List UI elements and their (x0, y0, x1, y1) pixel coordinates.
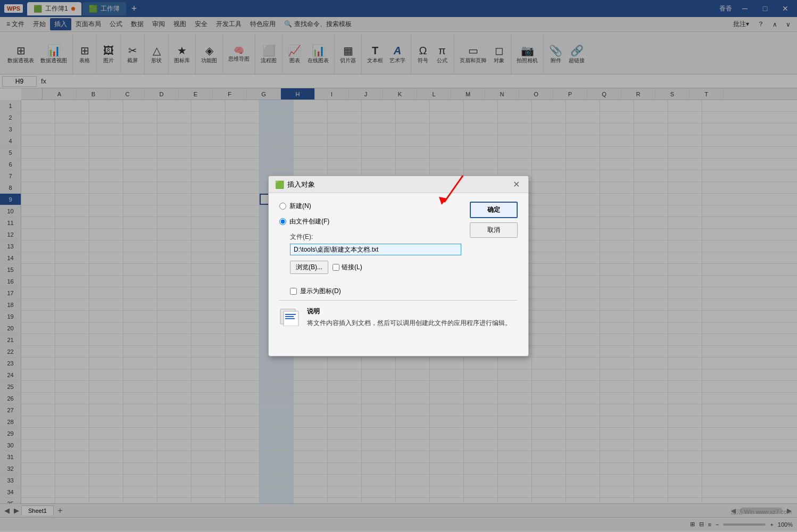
browse-button[interactable]: 浏览(B)... (290, 261, 328, 274)
desc-text: 将文件内容插入到文档，然后可以调用创建此文件的应用程序进行编辑。 (307, 318, 511, 328)
ok-button[interactable]: 确定 (470, 202, 518, 218)
radio-file-input[interactable] (279, 218, 286, 225)
file-input-row (290, 244, 461, 255)
show-icon-checkbox-input[interactable] (290, 288, 297, 295)
insert-object-dialog: 🟩 插入对象 ✕ 新建(N) 由文件创建(F) 文件(E): (268, 176, 529, 356)
svg-rect-3 (285, 316, 294, 317)
radio-new-input[interactable] (279, 203, 286, 210)
show-icon-checkbox-label: 显示为图标(D) (300, 287, 341, 296)
link-checkbox-row[interactable]: 链接(L) (333, 263, 362, 272)
dialog-description: 说明 将文件内容插入到文档，然后可以调用创建此文件的应用程序进行编辑。 (279, 300, 518, 335)
file-path-input[interactable] (290, 244, 461, 255)
modal-overlay: 🟩 插入对象 ✕ 新建(N) 由文件创建(F) 文件(E): (0, 0, 797, 531)
dialog-left: 新建(N) 由文件创建(F) 文件(E): 浏览(B)... (279, 202, 461, 274)
file-label: 文件(E): (290, 232, 461, 242)
desc-title: 说明 (307, 307, 511, 316)
dialog-title-icon: 🟩 (275, 180, 284, 189)
dialog-buttons: 确定 取消 (470, 202, 518, 274)
dialog-body: 新建(N) 由文件创建(F) 文件(E): 浏览(B)... (269, 193, 528, 282)
dialog-close-btn[interactable]: ✕ (511, 179, 522, 189)
desc-icon (279, 307, 301, 326)
link-checkbox-label: 链接(L) (342, 263, 362, 272)
cancel-button[interactable]: 取消 (470, 222, 518, 238)
radio-new[interactable]: 新建(N) (279, 202, 461, 211)
radio-from-file[interactable]: 由文件创建(F) (279, 217, 461, 226)
svg-rect-4 (285, 318, 295, 319)
dialog-title-text: 插入对象 (287, 180, 315, 189)
link-checkbox-input[interactable] (333, 264, 339, 271)
radio-new-label: 新建(N) (289, 202, 311, 211)
dialog-title-bar: 🟩 插入对象 ✕ (269, 176, 528, 193)
radio-file-label: 由文件创建(F) (289, 217, 329, 226)
file-section: 文件(E): 浏览(B)... 链接(L) (290, 232, 461, 274)
svg-rect-2 (285, 314, 296, 315)
show-icon-row[interactable]: 显示为图标(D) (269, 282, 528, 300)
